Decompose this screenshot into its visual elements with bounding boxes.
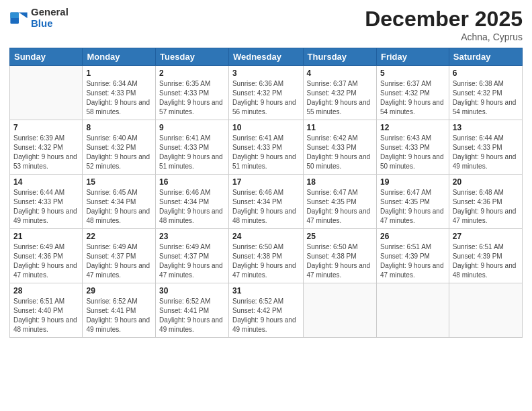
sunset-text: Sunset: 4:38 PM [307, 252, 373, 261]
col-monday: Monday [83, 48, 156, 66]
table-row: 22Sunrise: 6:49 AMSunset: 4:37 PMDayligh… [83, 229, 156, 283]
daylight-text: Daylight: 9 hours and 54 minutes. [453, 98, 519, 117]
sunset-text: Sunset: 4:34 PM [232, 197, 300, 207]
sunset-text: Sunset: 4:33 PM [86, 89, 152, 98]
table-row: 10Sunrise: 6:41 AMSunset: 4:33 PMDayligh… [228, 120, 303, 175]
svg-marker-1 [19, 12, 28, 17]
day-info: Sunrise: 6:46 AMSunset: 4:34 PMDaylight:… [159, 188, 225, 226]
day-info: Sunrise: 6:34 AMSunset: 4:33 PMDaylight:… [86, 79, 152, 117]
day-number: 18 [307, 177, 373, 187]
daylight-text: Daylight: 9 hours and 55 minutes. [307, 98, 373, 117]
sunset-text: Sunset: 4:32 PM [232, 89, 300, 98]
day-info: Sunrise: 6:50 AMSunset: 4:38 PMDaylight:… [232, 242, 300, 280]
daylight-text: Daylight: 9 hours and 47 minutes. [232, 261, 300, 280]
table-row: 13Sunrise: 6:44 AMSunset: 4:33 PMDayligh… [449, 120, 522, 175]
day-number: 26 [380, 232, 445, 241]
sunrise-text: Sunrise: 6:52 AM [159, 297, 225, 306]
day-number: 21 [13, 232, 79, 241]
table-row: 25Sunrise: 6:50 AMSunset: 4:38 PMDayligh… [303, 229, 376, 283]
day-info: Sunrise: 6:38 AMSunset: 4:32 PMDaylight:… [453, 79, 519, 117]
sunset-text: Sunset: 4:33 PM [307, 143, 373, 152]
table-row: 29Sunrise: 6:52 AMSunset: 4:41 PMDayligh… [83, 283, 156, 338]
sunset-text: Sunset: 4:32 PM [13, 143, 79, 152]
calendar-week-row: 1Sunrise: 6:34 AMSunset: 4:33 PMDaylight… [10, 66, 523, 120]
page: General Blue December 2025 Achna, Cyprus… [0, 0, 532, 411]
sunrise-text: Sunrise: 6:45 AM [86, 188, 152, 197]
daylight-text: Daylight: 9 hours and 48 minutes. [13, 316, 79, 334]
daylight-text: Daylight: 9 hours and 47 minutes. [380, 207, 445, 226]
table-row: 4Sunrise: 6:37 AMSunset: 4:32 PMDaylight… [303, 66, 376, 120]
sunset-text: Sunset: 4:37 PM [159, 252, 225, 261]
sunrise-text: Sunrise: 6:41 AM [159, 134, 225, 143]
sunset-text: Sunset: 4:37 PM [86, 252, 152, 261]
sunset-text: Sunset: 4:32 PM [86, 143, 152, 152]
day-info: Sunrise: 6:50 AMSunset: 4:38 PMDaylight:… [307, 242, 373, 280]
day-number: 10 [232, 123, 300, 132]
calendar-header-row: Sunday Monday Tuesday Wednesday Thursday… [10, 48, 523, 66]
day-number: 8 [86, 123, 152, 132]
table-row: 18Sunrise: 6:47 AMSunset: 4:35 PMDayligh… [303, 175, 376, 229]
table-row: 6Sunrise: 6:38 AMSunset: 4:32 PMDaylight… [449, 66, 522, 120]
day-number: 17 [232, 177, 300, 187]
day-info: Sunrise: 6:51 AMSunset: 4:39 PMDaylight:… [380, 242, 445, 280]
col-saturday: Saturday [449, 48, 522, 66]
day-number: 6 [453, 68, 519, 78]
table-row: 14Sunrise: 6:44 AMSunset: 4:33 PMDayligh… [10, 175, 83, 229]
title-block: December 2025 Achna, Cyprus [365, 7, 523, 42]
sunset-text: Sunset: 4:41 PM [159, 306, 225, 316]
daylight-text: Daylight: 9 hours and 48 minutes. [159, 207, 225, 226]
sunrise-text: Sunrise: 6:46 AM [159, 188, 225, 197]
sunset-text: Sunset: 4:34 PM [86, 197, 152, 207]
calendar-week-row: 14Sunrise: 6:44 AMSunset: 4:33 PMDayligh… [10, 175, 523, 229]
table-row: 28Sunrise: 6:51 AMSunset: 4:40 PMDayligh… [10, 283, 83, 338]
calendar-table: Sunday Monday Tuesday Wednesday Thursday… [9, 48, 523, 338]
day-number: 11 [307, 123, 373, 132]
sunset-text: Sunset: 4:39 PM [453, 252, 519, 261]
day-info: Sunrise: 6:42 AMSunset: 4:33 PMDaylight:… [307, 134, 373, 171]
day-number: 4 [307, 68, 373, 78]
day-info: Sunrise: 6:36 AMSunset: 4:32 PMDaylight:… [232, 79, 300, 117]
sunrise-text: Sunrise: 6:47 AM [307, 188, 373, 197]
sunrise-text: Sunrise: 6:44 AM [453, 134, 519, 143]
day-number: 15 [86, 177, 152, 187]
table-row [303, 283, 376, 338]
day-info: Sunrise: 6:47 AMSunset: 4:35 PMDaylight:… [380, 188, 445, 226]
calendar-week-row: 7Sunrise: 6:39 AMSunset: 4:32 PMDaylight… [10, 120, 523, 175]
table-row: 21Sunrise: 6:49 AMSunset: 4:36 PMDayligh… [10, 229, 83, 283]
day-number: 28 [13, 286, 79, 295]
daylight-text: Daylight: 9 hours and 47 minutes. [307, 207, 373, 226]
daylight-text: Daylight: 9 hours and 47 minutes. [307, 261, 373, 280]
sunrise-text: Sunrise: 6:48 AM [453, 188, 519, 197]
logo-icon [9, 9, 28, 28]
table-row: 3Sunrise: 6:36 AMSunset: 4:32 PMDaylight… [228, 66, 303, 120]
day-info: Sunrise: 6:40 AMSunset: 4:32 PMDaylight:… [86, 134, 152, 171]
table-row [449, 283, 522, 338]
day-number: 27 [453, 232, 519, 241]
day-info: Sunrise: 6:37 AMSunset: 4:32 PMDaylight:… [307, 79, 373, 117]
sunrise-text: Sunrise: 6:44 AM [13, 188, 79, 197]
day-number: 7 [13, 123, 79, 132]
day-number: 25 [307, 232, 373, 241]
daylight-text: Daylight: 9 hours and 49 minutes. [86, 316, 152, 334]
daylight-text: Daylight: 9 hours and 50 minutes. [380, 152, 445, 171]
logo: General Blue [9, 7, 69, 29]
day-info: Sunrise: 6:52 AMSunset: 4:41 PMDaylight:… [159, 297, 225, 334]
sunset-text: Sunset: 4:36 PM [13, 252, 79, 261]
table-row: 7Sunrise: 6:39 AMSunset: 4:32 PMDaylight… [10, 120, 83, 175]
daylight-text: Daylight: 9 hours and 47 minutes. [13, 261, 79, 280]
logo-general-text: General [31, 7, 69, 18]
day-info: Sunrise: 6:46 AMSunset: 4:34 PMDaylight:… [232, 188, 300, 226]
daylight-text: Daylight: 9 hours and 51 minutes. [232, 152, 300, 171]
sunrise-text: Sunrise: 6:47 AM [380, 188, 445, 197]
daylight-text: Daylight: 9 hours and 53 minutes. [13, 152, 79, 171]
sunset-text: Sunset: 4:38 PM [232, 252, 300, 261]
col-thursday: Thursday [303, 48, 376, 66]
sunset-text: Sunset: 4:42 PM [232, 306, 300, 316]
daylight-text: Daylight: 9 hours and 47 minutes. [453, 207, 519, 226]
day-number: 30 [159, 286, 225, 295]
day-number: 12 [380, 123, 445, 132]
day-number: 20 [453, 177, 519, 187]
calendar-week-row: 21Sunrise: 6:49 AMSunset: 4:36 PMDayligh… [10, 229, 523, 283]
sunset-text: Sunset: 4:32 PM [453, 89, 519, 98]
day-number: 22 [86, 232, 152, 241]
